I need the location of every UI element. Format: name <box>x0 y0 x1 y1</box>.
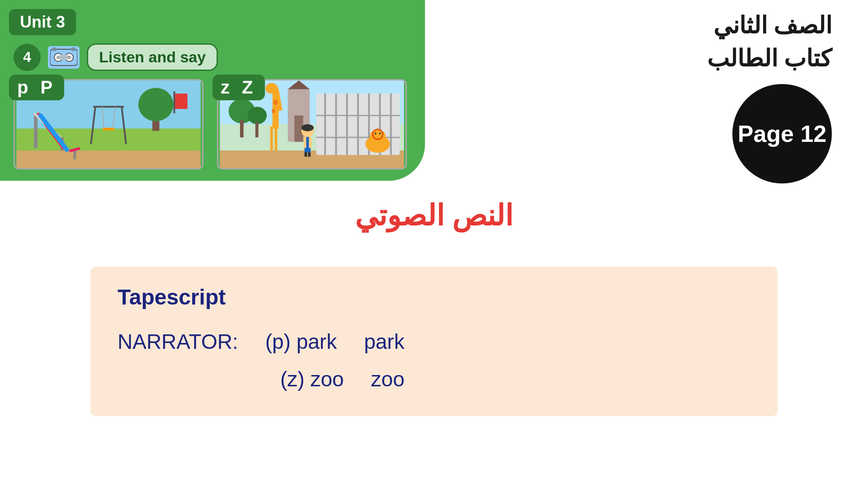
svg-point-44 <box>373 130 382 139</box>
svg-rect-59 <box>304 137 307 148</box>
tapescript-title: Tapescript <box>118 285 750 310</box>
svg-rect-62 <box>308 152 311 157</box>
svg-point-3 <box>57 56 60 59</box>
activity-row: 4 Listen and say <box>14 43 416 71</box>
svg-rect-25 <box>103 128 114 131</box>
activity-number: 4 <box>14 44 41 71</box>
images-row: p P <box>14 79 416 169</box>
tapescript-line2: (z) zoo zoo <box>280 361 750 398</box>
listen-label: Listen and say <box>87 43 218 71</box>
line2-prefix: (z) zoo <box>280 361 344 398</box>
svg-rect-6 <box>52 47 56 51</box>
line1-suffix: park <box>364 323 404 361</box>
svg-rect-13 <box>175 94 188 109</box>
svg-rect-53 <box>275 127 278 150</box>
page-circle: Page 12 <box>732 84 832 183</box>
svg-rect-7 <box>71 47 75 51</box>
svg-point-46 <box>379 132 381 134</box>
svg-rect-52 <box>270 127 273 150</box>
svg-point-51 <box>272 109 275 113</box>
svg-point-4 <box>67 56 71 59</box>
line2-suffix: zoo <box>371 361 405 398</box>
svg-rect-10 <box>16 150 200 168</box>
svg-point-50 <box>274 100 278 105</box>
svg-rect-61 <box>305 152 307 157</box>
right-header: الصف الثاني كتاب الطالب Page 12 <box>707 9 832 183</box>
svg-point-45 <box>375 132 377 134</box>
svg-rect-15 <box>34 113 38 149</box>
svg-point-49 <box>265 83 278 94</box>
narrator-label: NARRATOR: <box>118 323 238 361</box>
svg-rect-14 <box>174 91 175 113</box>
zoo-letters: z Z <box>212 75 265 100</box>
unit-badge: Unit 3 <box>9 9 76 35</box>
park-card: p P <box>14 79 203 169</box>
svg-rect-65 <box>240 120 244 137</box>
line1-prefix: (p) park <box>265 323 337 361</box>
svg-point-66 <box>247 107 267 124</box>
svg-rect-9 <box>16 129 200 151</box>
zoo-card: z Z <box>217 79 407 169</box>
svg-rect-67 <box>255 122 259 137</box>
tape-icon <box>48 46 80 69</box>
audio-section: النص الصوتي <box>0 199 868 246</box>
tapescript-box: Tapescript NARRATOR: (p) park park (z) z… <box>90 267 778 416</box>
top-banner: Unit 3 4 Listen and say p P <box>0 0 425 181</box>
tapescript-content: NARRATOR: (p) park park (z) zoo zoo <box>118 323 750 398</box>
park-letters: p P <box>9 75 64 100</box>
audio-title-arabic: النص الصوتي <box>0 199 868 232</box>
svg-rect-5 <box>60 55 67 60</box>
svg-rect-26 <box>73 150 76 159</box>
svg-point-63 <box>302 124 314 131</box>
arabic-title: الصف الثاني كتاب الطالب <box>707 9 832 75</box>
tapescript-line1: NARRATOR: (p) park park <box>118 323 750 361</box>
svg-point-12 <box>138 88 174 121</box>
svg-rect-60 <box>309 137 311 148</box>
